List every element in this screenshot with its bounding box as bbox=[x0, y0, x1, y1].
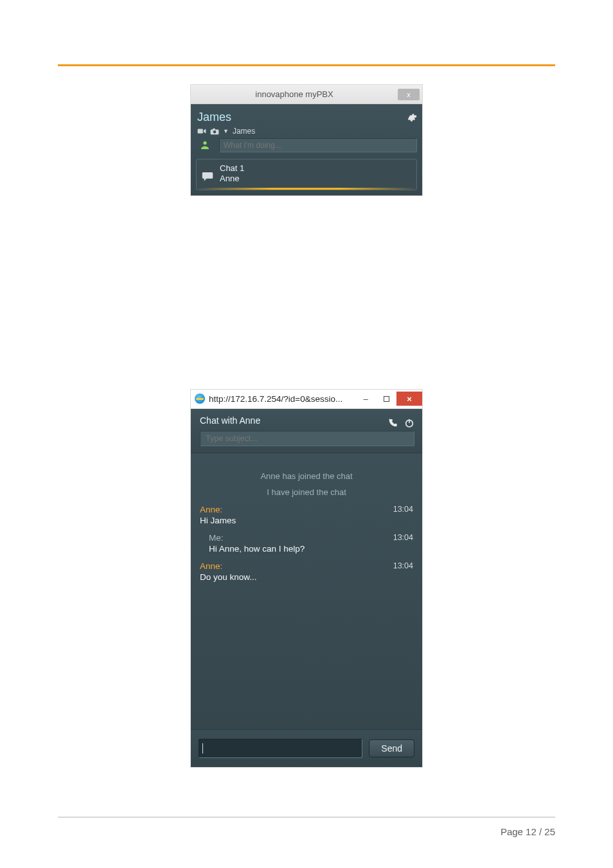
svg-point-2 bbox=[213, 130, 217, 133]
chat-card-title: Chat 1 bbox=[220, 163, 244, 174]
svg-rect-0 bbox=[198, 129, 203, 134]
message-from: Me: bbox=[209, 533, 224, 543]
ie-icon bbox=[195, 393, 205, 404]
system-message: I have joined the chat bbox=[199, 487, 414, 497]
message-me: Me: 13:04 Hi Anne, how can I help? bbox=[200, 533, 413, 554]
page-number: Page 12 / 25 bbox=[501, 826, 555, 837]
video-icon[interactable] bbox=[197, 128, 206, 134]
svg-point-4 bbox=[203, 141, 206, 145]
message-time: 13:04 bbox=[393, 505, 413, 514]
chevron-down-icon[interactable]: ▼ bbox=[223, 128, 229, 134]
message-time: 13:04 bbox=[393, 533, 413, 542]
message-from: Anne: bbox=[200, 505, 222, 514]
gear-icon[interactable] bbox=[407, 113, 417, 123]
footer-rule bbox=[58, 817, 555, 818]
mypbx-body: James ▼ James bbox=[191, 104, 422, 195]
camera-icon[interactable] bbox=[210, 128, 219, 135]
mypbx-title: innovaphone myPBX bbox=[191, 89, 398, 99]
close-button[interactable]: x bbox=[398, 89, 420, 100]
chat-card[interactable]: Chat 1 Anne bbox=[196, 159, 417, 190]
subject-input[interactable] bbox=[200, 431, 414, 446]
minimize-button[interactable]: – bbox=[355, 392, 376, 406]
chat-input-bar: Send bbox=[191, 729, 422, 767]
chat-window: http://172.16.7.254/?id=0&sessio... – × … bbox=[190, 389, 423, 768]
dropdown-label[interactable]: James bbox=[233, 127, 255, 136]
chat-title: Chat with Anne bbox=[200, 415, 260, 426]
call-icon[interactable] bbox=[387, 418, 398, 428]
chat-icon bbox=[202, 171, 213, 181]
status-input[interactable] bbox=[219, 138, 417, 152]
browser-titlebar: http://172.16.7.254/?id=0&sessio... – × bbox=[191, 390, 422, 409]
close-button[interactable]: × bbox=[396, 392, 422, 406]
power-icon[interactable] bbox=[404, 418, 414, 428]
message-body: Hi James bbox=[200, 516, 413, 525]
send-button[interactable]: Send bbox=[369, 739, 414, 757]
top-rule bbox=[58, 64, 555, 66]
mypbx-window: innovaphone myPBX x James ▼ James bbox=[190, 84, 423, 196]
username-label: James bbox=[197, 111, 231, 124]
message-anne: Anne: 13:04 Hi James bbox=[200, 505, 413, 525]
chat-card-participant: Anne bbox=[220, 174, 244, 184]
text-caret bbox=[202, 743, 203, 754]
maximize-button[interactable] bbox=[376, 392, 396, 406]
url-text: http://172.16.7.254/?id=0&sessio... bbox=[209, 394, 355, 404]
person-icon bbox=[196, 140, 214, 151]
chat-body: Anne has joined the chat I have joined t… bbox=[191, 453, 422, 729]
highlight-bar bbox=[197, 188, 416, 190]
chat-header: Chat with Anne bbox=[191, 409, 422, 453]
message-time: 13:04 bbox=[393, 561, 413, 570]
system-message: Anne has joined the chat bbox=[199, 471, 414, 481]
status-row: ▼ James bbox=[197, 127, 417, 136]
svg-rect-3 bbox=[213, 128, 215, 129]
message-anne: Anne: 13:04 Do you know... bbox=[200, 561, 413, 582]
message-body: Do you know... bbox=[200, 572, 413, 582]
mypbx-titlebar: innovaphone myPBX x bbox=[191, 85, 422, 104]
message-from: Anne: bbox=[200, 561, 222, 571]
message-input[interactable] bbox=[199, 739, 362, 758]
message-body: Hi Anne, how can I help? bbox=[209, 544, 413, 554]
